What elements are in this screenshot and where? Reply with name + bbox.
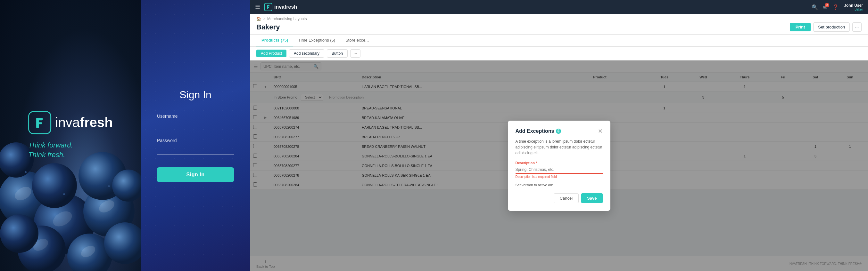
left-panel: invafresh Think forward. Think fresh. — [0, 0, 141, 271]
set-production-button[interactable]: Set production — [813, 23, 850, 32]
add-exceptions-modal: Add Exceptions ⓘ ✕ A time exception is a… — [508, 121, 610, 211]
breadcrumb-link[interactable]: Merchandising Layouts — [267, 16, 307, 21]
modal-cancel-button[interactable]: Cancel — [554, 193, 579, 203]
navbar-logo: invafresh — [264, 3, 297, 11]
navbar-logo-text: invafresh — [274, 4, 297, 10]
page-title: Bakery — [256, 23, 280, 31]
print-button[interactable]: Print — [790, 23, 811, 31]
password-label: Password — [157, 138, 234, 143]
help-icon[interactable]: ❓ — [832, 4, 839, 10]
brand-logo-area: invafresh Think forward. Think fresh. — [28, 111, 113, 160]
add-secondary-button[interactable]: Add secondary — [289, 49, 324, 58]
modal-save-button[interactable]: Save — [581, 193, 602, 203]
modal-title: Add Exceptions ⓘ — [516, 128, 561, 134]
signin-panel: Sign In Username Password Sign In — [141, 0, 250, 271]
modal-set-version: Set version to active on: — [516, 183, 603, 187]
password-field: Password — [157, 138, 234, 155]
tab-store-exceptions[interactable]: Store exce... — [340, 35, 374, 46]
modal-actions: Cancel Save — [516, 193, 603, 203]
tagline: Think forward. Think fresh. — [28, 140, 113, 160]
modal-description-input[interactable] — [516, 166, 603, 174]
modal-overlay: Add Exceptions ⓘ ✕ A time exception is a… — [250, 61, 868, 271]
svg-point-17 — [63, 193, 65, 195]
navbar-logo-icon — [264, 3, 272, 11]
page-header: 🏠 > Merchandising Layouts Bakery Print S… — [250, 14, 868, 35]
modal-field-label: Description * — [516, 161, 603, 165]
logo-group: invafresh — [28, 111, 113, 134]
toolbar: Add Product Add secondary Button ··· — [250, 47, 868, 61]
svg-point-16 — [25, 171, 27, 173]
modal-close-button[interactable]: ✕ — [598, 128, 603, 134]
navbar: ☰ invafresh 🔍 ✉ 2 ❓ John User Baker — [250, 0, 868, 14]
signin-title: Sign In — [180, 89, 212, 101]
svg-point-18 — [108, 185, 110, 187]
username-field: Username — [157, 113, 234, 130]
home-icon[interactable]: 🏠 — [256, 16, 261, 21]
username-label: Username — [157, 113, 234, 119]
signin-button[interactable]: Sign In — [157, 167, 234, 182]
add-product-button[interactable]: Add Product — [256, 49, 286, 57]
main-content: ☰ 🔍 UPC Description Product Tues Wed — [250, 61, 868, 271]
tab-time-exceptions[interactable]: Time Exceptions (5) — [293, 35, 340, 46]
mail-icon[interactable]: ✉ 2 — [823, 4, 827, 10]
button-btn[interactable]: Button — [327, 49, 348, 58]
app-panel: ☰ invafresh 🔍 ✉ 2 ❓ John User Baker — [250, 0, 868, 271]
tabs-bar: Products (75) Time Exceptions (5) Store … — [250, 35, 868, 47]
mail-badge: 2 — [825, 3, 829, 7]
navbar-icons: 🔍 ✉ 2 ❓ John User Baker — [812, 3, 863, 11]
toolbar-more-button[interactable]: ··· — [350, 49, 361, 58]
password-input[interactable] — [157, 145, 234, 155]
search-nav-icon[interactable]: 🔍 — [812, 4, 818, 10]
modal-header: Add Exceptions ⓘ ✕ — [516, 128, 603, 134]
navbar-user-name: John User — [844, 3, 863, 8]
hamburger-menu-icon[interactable]: ☰ — [255, 3, 260, 10]
navbar-user: John User Baker — [844, 3, 863, 11]
navbar-user-role: Baker — [855, 8, 863, 11]
logo-text: invafresh — [55, 115, 113, 130]
username-input[interactable] — [157, 121, 234, 130]
page-title-row: Bakery Print Set production ··· — [256, 23, 862, 32]
page-actions: Print Set production ··· — [790, 23, 862, 32]
tab-products[interactable]: Products (75) — [256, 35, 293, 46]
more-options-button[interactable]: ··· — [852, 23, 862, 32]
svg-point-7 — [32, 163, 77, 208]
breadcrumb-sep: > — [263, 16, 265, 21]
signin-form: Username Password Sign In — [157, 113, 234, 182]
logo-icon-box — [28, 111, 51, 134]
modal-body: A time exception is a lorem ipsum dolor … — [516, 139, 603, 156]
modal-info-badge: ⓘ — [556, 129, 561, 134]
svg-point-5 — [0, 214, 38, 253]
breadcrumb: 🏠 > Merchandising Layouts — [256, 16, 862, 21]
modal-field-error: Description is a required field — [516, 175, 603, 178]
